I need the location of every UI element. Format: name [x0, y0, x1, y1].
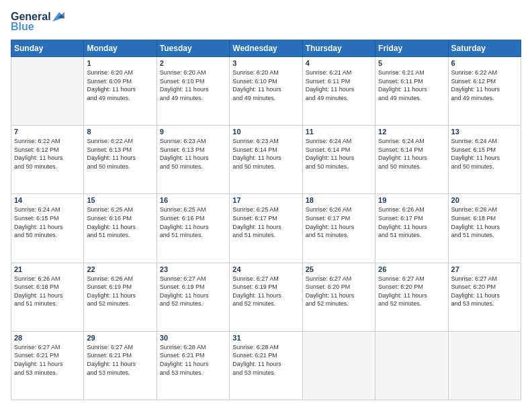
calendar-cell [302, 331, 375, 400]
calendar-cell: 31Sunrise: 6:28 AM Sunset: 6:21 PM Dayli… [230, 331, 302, 400]
calendar-cell: 1Sunrise: 6:20 AM Sunset: 6:09 PM Daylig… [84, 57, 157, 126]
day-info: Sunrise: 6:21 AM Sunset: 6:11 PM Dayligh… [306, 68, 372, 102]
calendar-cell: 22Sunrise: 6:26 AM Sunset: 6:19 PM Dayli… [84, 263, 157, 331]
day-number: 6 [451, 59, 518, 67]
calendar-cell: 10Sunrise: 6:23 AM Sunset: 6:14 PM Dayli… [230, 126, 302, 194]
calendar-cell: 8Sunrise: 6:22 AM Sunset: 6:13 PM Daylig… [84, 126, 157, 194]
calendar-cell: 28Sunrise: 6:27 AM Sunset: 6:21 PM Dayli… [11, 331, 84, 400]
day-info: Sunrise: 6:26 AM Sunset: 6:18 PM Dayligh… [14, 275, 81, 308]
calendar-cell [375, 331, 448, 400]
day-number: 7 [14, 128, 81, 136]
day-number: 18 [306, 196, 372, 204]
day-info: Sunrise: 6:21 AM Sunset: 6:11 PM Dayligh… [378, 68, 445, 102]
weekday-header-tuesday: Tuesday [157, 40, 229, 57]
day-number: 26 [378, 265, 445, 273]
day-info: Sunrise: 6:28 AM Sunset: 6:21 PM Dayligh… [160, 343, 226, 377]
calendar-cell: 27Sunrise: 6:27 AM Sunset: 6:20 PM Dayli… [448, 263, 521, 331]
day-number: 8 [87, 128, 153, 136]
day-number: 30 [160, 334, 226, 342]
day-info: Sunrise: 6:26 AM Sunset: 6:19 PM Dayligh… [87, 275, 153, 308]
calendar-cell: 20Sunrise: 6:26 AM Sunset: 6:18 PM Dayli… [448, 194, 521, 263]
day-number: 27 [451, 265, 518, 273]
day-number: 19 [378, 196, 445, 204]
calendar-cell: 26Sunrise: 6:27 AM Sunset: 6:20 PM Dayli… [375, 263, 448, 331]
weekday-header-saturday: Saturday [448, 40, 521, 57]
calendar-cell: 2Sunrise: 6:20 AM Sunset: 6:10 PM Daylig… [157, 57, 229, 126]
day-info: Sunrise: 6:20 AM Sunset: 6:09 PM Dayligh… [87, 68, 153, 102]
day-number: 4 [306, 59, 372, 67]
calendar-week-row: 7Sunrise: 6:22 AM Sunset: 6:12 PM Daylig… [11, 126, 521, 194]
day-info: Sunrise: 6:26 AM Sunset: 6:17 PM Dayligh… [306, 205, 372, 239]
day-info: Sunrise: 6:22 AM Sunset: 6:12 PM Dayligh… [14, 137, 81, 171]
weekday-header-friday: Friday [375, 40, 448, 57]
calendar-cell: 24Sunrise: 6:27 AM Sunset: 6:19 PM Dayli… [230, 263, 302, 331]
day-info: Sunrise: 6:25 AM Sunset: 6:16 PM Dayligh… [160, 205, 226, 239]
day-number: 1 [87, 59, 153, 67]
day-info: Sunrise: 6:28 AM Sunset: 6:21 PM Dayligh… [232, 343, 299, 377]
page: General Blue SundayMondayTuesdayWednesda… [0, 0, 532, 411]
calendar-cell [448, 331, 521, 400]
day-info: Sunrise: 6:27 AM Sunset: 6:21 PM Dayligh… [14, 343, 81, 377]
calendar-cell: 9Sunrise: 6:23 AM Sunset: 6:13 PM Daylig… [157, 126, 229, 194]
day-number: 17 [232, 196, 299, 204]
day-info: Sunrise: 6:25 AM Sunset: 6:17 PM Dayligh… [232, 205, 299, 239]
calendar-cell: 6Sunrise: 6:22 AM Sunset: 6:12 PM Daylig… [448, 57, 521, 126]
calendar-cell: 19Sunrise: 6:26 AM Sunset: 6:17 PM Dayli… [375, 194, 448, 263]
day-number: 13 [451, 128, 518, 136]
calendar-week-row: 28Sunrise: 6:27 AM Sunset: 6:21 PM Dayli… [11, 331, 521, 400]
logo-blue-text: Blue [11, 21, 34, 33]
day-info: Sunrise: 6:24 AM Sunset: 6:14 PM Dayligh… [306, 137, 372, 171]
day-number: 31 [232, 334, 299, 342]
day-info: Sunrise: 6:27 AM Sunset: 6:20 PM Dayligh… [306, 275, 372, 308]
calendar-week-row: 1Sunrise: 6:20 AM Sunset: 6:09 PM Daylig… [11, 57, 521, 126]
logo: General Blue [11, 11, 64, 33]
calendar-cell: 11Sunrise: 6:24 AM Sunset: 6:14 PM Dayli… [302, 126, 375, 194]
day-info: Sunrise: 6:20 AM Sunset: 6:10 PM Dayligh… [232, 68, 299, 102]
day-info: Sunrise: 6:23 AM Sunset: 6:13 PM Dayligh… [160, 137, 226, 171]
day-info: Sunrise: 6:27 AM Sunset: 6:21 PM Dayligh… [87, 343, 153, 377]
weekday-header-sunday: Sunday [11, 40, 84, 57]
calendar-cell: 29Sunrise: 6:27 AM Sunset: 6:21 PM Dayli… [84, 331, 157, 400]
day-info: Sunrise: 6:24 AM Sunset: 6:14 PM Dayligh… [378, 137, 445, 171]
day-number: 28 [14, 334, 81, 342]
calendar-cell: 12Sunrise: 6:24 AM Sunset: 6:14 PM Dayli… [375, 126, 448, 194]
calendar-cell: 7Sunrise: 6:22 AM Sunset: 6:12 PM Daylig… [11, 126, 84, 194]
calendar-cell: 13Sunrise: 6:24 AM Sunset: 6:15 PM Dayli… [448, 126, 521, 194]
logo-bird-icon [52, 12, 64, 21]
logo-text-block: General Blue [11, 11, 64, 33]
day-number: 23 [160, 265, 226, 273]
day-number: 15 [87, 196, 153, 204]
calendar-table: SundayMondayTuesdayWednesdayThursdayFrid… [11, 40, 521, 400]
calendar-cell: 5Sunrise: 6:21 AM Sunset: 6:11 PM Daylig… [375, 57, 448, 126]
calendar-cell: 4Sunrise: 6:21 AM Sunset: 6:11 PM Daylig… [302, 57, 375, 126]
day-number: 12 [378, 128, 445, 136]
day-number: 24 [232, 265, 299, 273]
day-info: Sunrise: 6:24 AM Sunset: 6:15 PM Dayligh… [451, 137, 518, 171]
calendar-cell: 18Sunrise: 6:26 AM Sunset: 6:17 PM Dayli… [302, 194, 375, 263]
day-info: Sunrise: 6:27 AM Sunset: 6:20 PM Dayligh… [378, 275, 445, 308]
weekday-header-monday: Monday [84, 40, 157, 57]
calendar-cell: 3Sunrise: 6:20 AM Sunset: 6:10 PM Daylig… [230, 57, 302, 126]
day-number: 29 [87, 334, 153, 342]
day-number: 25 [306, 265, 372, 273]
day-number: 10 [232, 128, 299, 136]
day-info: Sunrise: 6:27 AM Sunset: 6:20 PM Dayligh… [451, 275, 518, 308]
day-number: 3 [232, 59, 299, 67]
day-info: Sunrise: 6:22 AM Sunset: 6:13 PM Dayligh… [87, 137, 153, 171]
day-info: Sunrise: 6:27 AM Sunset: 6:19 PM Dayligh… [160, 275, 226, 308]
day-info: Sunrise: 6:22 AM Sunset: 6:12 PM Dayligh… [451, 68, 518, 102]
day-info: Sunrise: 6:23 AM Sunset: 6:14 PM Dayligh… [232, 137, 299, 171]
day-info: Sunrise: 6:25 AM Sunset: 6:16 PM Dayligh… [87, 205, 153, 239]
calendar-cell: 25Sunrise: 6:27 AM Sunset: 6:20 PM Dayli… [302, 263, 375, 331]
calendar-cell [11, 57, 84, 126]
day-number: 11 [306, 128, 372, 136]
calendar-cell: 16Sunrise: 6:25 AM Sunset: 6:16 PM Dayli… [157, 194, 229, 263]
header: General Blue [11, 11, 521, 33]
calendar-week-row: 14Sunrise: 6:24 AM Sunset: 6:15 PM Dayli… [11, 194, 521, 263]
calendar-cell: 15Sunrise: 6:25 AM Sunset: 6:16 PM Dayli… [84, 194, 157, 263]
calendar-cell: 30Sunrise: 6:28 AM Sunset: 6:21 PM Dayli… [157, 331, 229, 400]
calendar-cell: 23Sunrise: 6:27 AM Sunset: 6:19 PM Dayli… [157, 263, 229, 331]
day-info: Sunrise: 6:27 AM Sunset: 6:19 PM Dayligh… [232, 275, 299, 308]
calendar-cell: 21Sunrise: 6:26 AM Sunset: 6:18 PM Dayli… [11, 263, 84, 331]
day-info: Sunrise: 6:24 AM Sunset: 6:15 PM Dayligh… [14, 205, 81, 239]
